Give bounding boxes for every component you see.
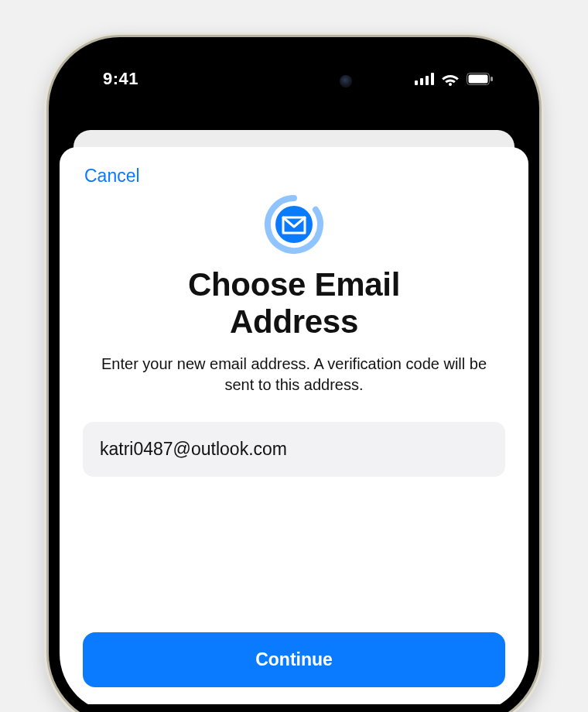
cancel-button[interactable]: Cancel bbox=[83, 164, 142, 188]
modal-sheet-stack: Cancel Choose Email Address bbox=[60, 147, 528, 704]
wifi-icon bbox=[441, 73, 460, 86]
page-title-line2: Address bbox=[230, 303, 358, 340]
sheet-hero: Choose Email Address Enter your new emai… bbox=[83, 192, 505, 395]
cellular-icon bbox=[415, 73, 434, 85]
svg-rect-2 bbox=[426, 76, 429, 85]
email-input[interactable] bbox=[100, 439, 488, 460]
mail-icon bbox=[262, 192, 326, 260]
battery-icon bbox=[467, 73, 493, 85]
continue-button[interactable]: Continue bbox=[83, 632, 505, 687]
status-time: 9:41 bbox=[103, 69, 138, 89]
dynamic-island bbox=[225, 63, 363, 99]
phone-screen: 9:41 bbox=[60, 48, 528, 712]
email-field[interactable] bbox=[83, 422, 505, 477]
phone-frame: 9:41 bbox=[49, 37, 539, 712]
choose-email-sheet: Cancel Choose Email Address bbox=[60, 147, 528, 704]
page-title: Choose Email Address bbox=[188, 266, 400, 341]
continue-row: Continue bbox=[83, 632, 505, 687]
page-subtitle: Enter your new email address. A verifica… bbox=[101, 354, 487, 395]
svg-point-4 bbox=[449, 83, 452, 86]
svg-rect-7 bbox=[491, 77, 493, 81]
page-title-line1: Choose Email bbox=[188, 266, 400, 303]
status-icons bbox=[415, 73, 493, 86]
svg-rect-1 bbox=[420, 78, 423, 85]
svg-rect-0 bbox=[415, 80, 418, 85]
email-field-wrap bbox=[83, 422, 505, 477]
sheet-nav: Cancel bbox=[83, 164, 505, 190]
svg-rect-6 bbox=[469, 75, 488, 84]
svg-point-8 bbox=[275, 206, 313, 243]
svg-rect-3 bbox=[431, 73, 434, 85]
